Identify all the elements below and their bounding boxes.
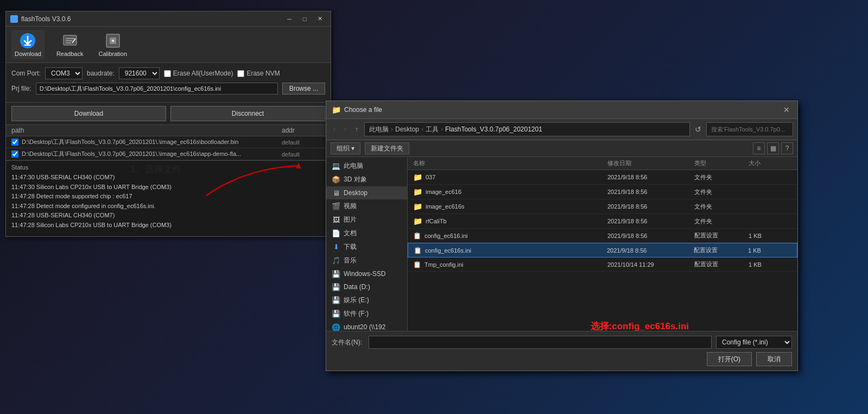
nav-up-button[interactable]: ↑ — [352, 124, 361, 135]
list-item[interactable]: 📁 image_ec616s 2021/9/18 8:56 文件夹 — [408, 199, 797, 214]
toolbar-readback[interactable]: Readback — [53, 30, 87, 59]
network-icon: 🌐 — [332, 323, 340, 331]
log-line-3: 11:47:28 Detect mode supported chip : ec… — [11, 192, 325, 202]
dialog-ok-button[interactable]: 打开(O) — [707, 352, 752, 366]
dialog-close-button[interactable]: ✕ — [781, 104, 792, 115]
file-name: Tmp_config.ini — [425, 261, 464, 268]
file-row-addr-1: default — [282, 139, 325, 146]
list-item[interactable]: 📁 037 2021/9/18 8:56 文件夹 — [408, 170, 797, 185]
sidebar-item-documents[interactable]: 📄 文档 — [326, 227, 407, 240]
file-name: config_ec616.ini — [425, 233, 468, 239]
list-item-selected[interactable]: 📋 config_ec616s.ini 2021/9/18 8:56 配置设置 … — [408, 243, 797, 258]
breadcrumb-2[interactable]: Desktop — [395, 126, 419, 133]
sidebar-label-documents: 文档 — [344, 229, 357, 238]
comport-label: Com Port: — [11, 70, 41, 77]
breadcrumb-1[interactable]: 此电脑 — [369, 125, 389, 134]
file-type: 文件夹 — [694, 188, 749, 196]
dialog-search-input[interactable] — [706, 122, 793, 136]
comport-select[interactable]: COM3 — [45, 67, 83, 79]
close-button[interactable]: ✕ — [313, 15, 326, 23]
erase-all-checkbox[interactable] — [164, 70, 171, 77]
organize-button[interactable]: 组织 ▾ — [331, 142, 360, 154]
view-grid-button[interactable]: ▦ — [767, 142, 779, 154]
file-list-panel: 名称 修改日期 类型 大小 📁 037 2021/9/18 8:56 文件夹 📁… — [408, 157, 797, 331]
sidebar-item-computer[interactable]: 💻 此电脑 — [326, 159, 407, 173]
window-title: flashTools V3.0.6 — [10, 15, 71, 23]
app-icon — [10, 15, 18, 23]
log-line-4: 11:47:28 Detect mode configured in confi… — [11, 202, 325, 211]
toolbar-calibration-label: Calibration — [98, 51, 127, 57]
downloads-icon: ⬇ — [332, 243, 340, 252]
app-title: flashTools V3.0.6 — [21, 15, 71, 23]
sidebar-item-music[interactable]: 🎵 音乐 — [326, 254, 407, 267]
view-help-button[interactable]: ? — [781, 142, 793, 154]
folder-icon: 📁 — [413, 187, 422, 196]
list-item[interactable]: 📋 Tmp_config.ini 2021/10/14 11:29 配置设置 1… — [408, 258, 797, 272]
erase-nvm-checkbox[interactable] — [237, 70, 244, 77]
filetype-select[interactable]: Config file (*.ini) — [716, 336, 792, 349]
file-modified: 2021/9/18 8:56 — [607, 218, 694, 224]
list-item[interactable]: 📁 rfCaliTb 2021/9/18 8:56 文件夹 — [408, 214, 797, 229]
file-table-header: path addr — [6, 125, 331, 136]
toolbar-calibration[interactable]: Calibration — [95, 30, 130, 59]
view-list-button[interactable]: ≡ — [753, 142, 765, 154]
list-item[interactable]: 📁 image_ec616 2021/9/18 8:56 文件夹 — [408, 185, 797, 199]
dialog-cancel-button[interactable]: 取消 — [756, 352, 792, 366]
new-folder-button[interactable]: 新建文件夹 — [365, 142, 409, 154]
maximize-button[interactable]: □ — [298, 15, 311, 23]
file-row-checkbox-1[interactable] — [11, 139, 18, 146]
file-modified: 2021/9/18 8:56 — [607, 233, 694, 239]
sidebar-item-entertainment-e[interactable]: 💾 娱乐 (E:) — [326, 293, 407, 307]
sidebar-item-software-f[interactable]: 💾 软件 (F:) — [326, 307, 407, 321]
sidebar-item-data-d[interactable]: 💾 Data (D:) — [326, 280, 407, 293]
file-modified: 2021/9/18 8:56 — [607, 247, 694, 254]
disconnect-button[interactable]: Disconnect — [170, 106, 325, 121]
folder-icon: 📁 — [413, 173, 422, 181]
baudrate-select[interactable]: 921600 — [119, 67, 160, 79]
sidebar-item-3d[interactable]: 📦 3D 对象 — [326, 173, 407, 186]
filename-input[interactable] — [369, 336, 712, 349]
file-row-path-2: D:\Desktop\工具\FlashTools_V3.0.7p06_20201… — [22, 150, 282, 158]
table-row: D:\Desktop\工具\FlashTools_V3.0.7p06_20201… — [6, 136, 331, 148]
table-row: D:\Desktop\工具\FlashTools_V3.0.7p06_20201… — [6, 148, 331, 160]
file-type: 文件夹 — [694, 217, 749, 225]
sidebar-item-downloads[interactable]: ⬇ 下载 — [326, 240, 407, 254]
prjfile-input[interactable] — [36, 83, 278, 95]
file-name-cell: 📋 Tmp_config.ini — [413, 261, 607, 268]
minimize-button[interactable]: ─ — [283, 15, 296, 23]
download-action-button[interactable]: Download — [11, 106, 166, 121]
breadcrumb-bar: 此电脑 › Desktop › 工具 › FlashTools_V3.0.7p0… — [364, 122, 690, 136]
log-line-2: 11:47:30 Silicon Labs CP210x USB to UART… — [11, 183, 325, 192]
sidebar-item-ubuntu[interactable]: 🌐 ubunt20 (\\192 — [326, 321, 407, 331]
prjfile-row: Prj file: Browse ... — [11, 83, 325, 95]
3d-icon: 📦 — [332, 175, 340, 184]
nav-refresh-button[interactable]: ↺ — [693, 123, 703, 135]
browse-button[interactable]: Browse ... — [282, 83, 325, 95]
list-item[interactable]: 📋 config_ec616.ini 2021/9/18 8:56 配置设置 1… — [408, 229, 797, 243]
file-size: 1 KB — [749, 233, 792, 239]
nav-forward-button[interactable]: › — [341, 124, 349, 135]
sidebar-item-desktop[interactable]: 🖥 Desktop — [326, 186, 407, 199]
file-name-cell: 📁 image_ec616s — [413, 202, 607, 211]
dialog-navbar: ‹ › ↑ 此电脑 › Desktop › 工具 › FlashTools_V3… — [326, 119, 797, 140]
file-row-checkbox-2[interactable] — [11, 150, 18, 158]
action-row: Download Disconnect — [6, 103, 331, 125]
drive-d-icon: 💾 — [332, 283, 340, 291]
toolbar-download[interactable]: Download — [11, 30, 45, 59]
erase-nvm-label[interactable]: Erase NVM — [237, 70, 280, 77]
folder-icon: 📁 — [413, 217, 422, 225]
file-size: 1 KB — [749, 261, 792, 268]
breadcrumb-sep-2: › — [421, 126, 423, 133]
folder-icon: 📁 — [413, 202, 422, 211]
erase-all-label[interactable]: Erase All(UserMode) — [164, 70, 233, 77]
sidebar-item-windows-ssd[interactable]: 💾 Windows-SSD — [326, 267, 407, 280]
sidebar-item-pictures[interactable]: 🖼 图片 — [326, 213, 407, 227]
sidebar-item-video[interactable]: 🎬 视频 — [326, 199, 407, 213]
file-name-cell: 📋 config_ec616s.ini — [414, 247, 607, 254]
filename-row: 文件名(N): Config file (*.ini) — [332, 336, 792, 349]
breadcrumb-3[interactable]: 工具 — [426, 125, 439, 134]
sidebar-label-software-f: 软件 (F:) — [344, 309, 369, 318]
breadcrumb-4[interactable]: FlashTools_V3.0.7p06_20201201 — [445, 126, 542, 133]
nav-back-button[interactable]: ‹ — [331, 124, 338, 135]
header-size: 大小 — [749, 159, 792, 167]
